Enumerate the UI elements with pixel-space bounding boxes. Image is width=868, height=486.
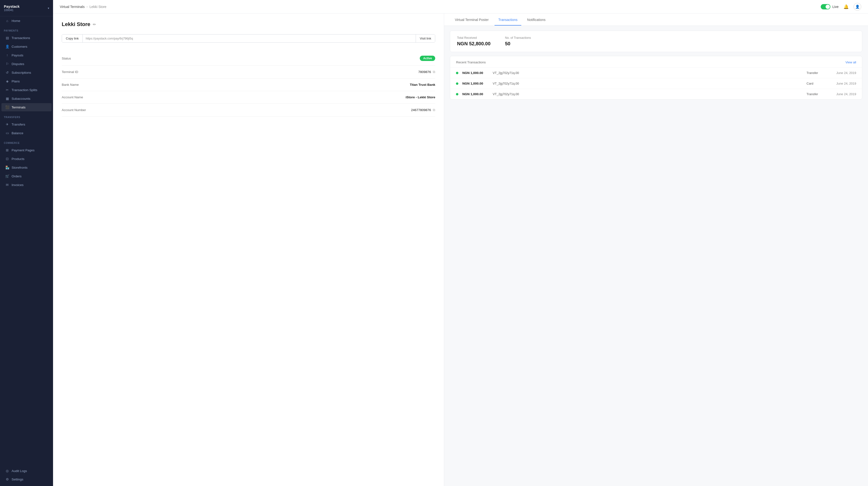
splits-icon: ✂ bbox=[5, 88, 9, 92]
sidebar-item-transfers[interactable]: ✈ Transfers bbox=[1, 120, 52, 128]
user-avatar[interactable]: 👤 bbox=[854, 3, 861, 10]
recent-transactions-title: Recent Transactions bbox=[456, 61, 486, 64]
txn-id: VT_2jg702y71q.00 bbox=[493, 82, 803, 85]
toggle-thumb bbox=[826, 5, 830, 9]
bank-name-value: Titan Trust Bank bbox=[410, 83, 435, 87]
link-row: Copy link Visit link bbox=[62, 34, 435, 43]
sidebar-item-products[interactable]: ⊡ Products bbox=[1, 155, 52, 163]
visit-link-button[interactable]: Visit link bbox=[416, 34, 435, 42]
status-value: Active bbox=[420, 56, 435, 61]
live-toggle[interactable]: Live bbox=[821, 4, 839, 9]
sidebar-item-subaccounts[interactable]: ▦ Subaccounts bbox=[1, 94, 52, 103]
account-number-row: Account Number 24677809876 ⧉ bbox=[62, 104, 435, 117]
sidebar-item-subscriptions[interactable]: ↺ Subscriptions bbox=[1, 68, 52, 77]
transactions-header: Recent Transactions View all bbox=[450, 56, 862, 67]
payouts-icon: ↑ bbox=[5, 53, 9, 57]
toggle-track[interactable] bbox=[821, 4, 830, 9]
tab-notifications[interactable]: Notifications bbox=[523, 13, 549, 26]
copy-link-button[interactable]: Copy link bbox=[62, 34, 83, 42]
sidebar-item-transactions[interactable]: ▤ Transactions bbox=[1, 34, 52, 42]
balance-icon: ▭ bbox=[5, 131, 9, 135]
breadcrumb-parent[interactable]: Virtual Terminals bbox=[60, 5, 85, 9]
terminal-id-label: Terminal ID bbox=[62, 70, 78, 74]
txn-id: VT_2jg702y71q.00 bbox=[493, 71, 803, 75]
products-icon: ⊡ bbox=[5, 157, 9, 161]
stats-card: Total Received NGN 52,800.00 No. of Tran… bbox=[450, 31, 862, 52]
breadcrumb: Virtual Terminals › Lekki Store bbox=[60, 5, 106, 9]
view-all-link[interactable]: View all bbox=[845, 61, 856, 64]
status-row: Status Active bbox=[62, 51, 435, 66]
page-title-row: Lekki Store ✏ bbox=[62, 21, 435, 28]
txn-date: June 24, 2019 bbox=[830, 82, 856, 85]
txn-type: Transfer bbox=[807, 92, 826, 96]
commerce-section-label: COMMERCE bbox=[0, 137, 53, 146]
breadcrumb-current: Lekki Store bbox=[89, 5, 106, 9]
notification-bell-icon[interactable]: 🔔 bbox=[843, 4, 849, 9]
tab-virtual-terminal-poster[interactable]: Virtual Terminal Poster bbox=[451, 13, 492, 26]
txn-type: Card bbox=[807, 82, 826, 85]
edit-icon[interactable]: ✏ bbox=[93, 22, 96, 27]
sidebar-item-payouts[interactable]: ↑ Payouts bbox=[1, 51, 52, 59]
table-row: NGN 1,000.00 VT_2jg702y71q.00 Card June … bbox=[450, 78, 862, 89]
customers-icon: 👤 bbox=[5, 44, 9, 48]
no-transactions-stat: No. of Transactions 50 bbox=[505, 36, 531, 46]
sidebar-item-home[interactable]: ⌂ Home bbox=[1, 17, 52, 25]
total-received-value: NGN 52,800.00 bbox=[457, 41, 490, 46]
status-dot bbox=[456, 93, 458, 95]
account-number-label: Account Number bbox=[62, 108, 86, 112]
sidebar-item-disputes[interactable]: ⚐ Disputes bbox=[1, 60, 52, 68]
invoices-icon: ✉ bbox=[5, 183, 9, 187]
link-input[interactable] bbox=[83, 35, 415, 42]
tab-transactions[interactable]: Transactions bbox=[495, 13, 522, 26]
txn-date: June 24, 2019 bbox=[830, 71, 856, 75]
copy-account-number-icon[interactable]: ⧉ bbox=[433, 108, 435, 112]
txn-date: June 24, 2019 bbox=[830, 92, 856, 96]
payment-pages-icon: ⊞ bbox=[5, 148, 9, 152]
tabs-bar: Virtual Terminal Poster Transactions Not… bbox=[444, 13, 868, 26]
sidebar-item-orders[interactable]: 🛒 Orders bbox=[1, 172, 52, 180]
storefronts-icon: 🏪 bbox=[5, 165, 9, 169]
bank-name-row: Bank Name Titan Trust Bank bbox=[62, 78, 435, 91]
audit-icon: ◎ bbox=[5, 469, 9, 473]
live-label: Live bbox=[832, 5, 839, 9]
status-badge: Active bbox=[420, 56, 435, 61]
total-received-label: Total Received bbox=[457, 36, 490, 39]
sidebar-item-terminals[interactable]: ⬛ Terminals bbox=[1, 103, 52, 111]
sidebar-item-balance[interactable]: ▭ Balance bbox=[1, 129, 52, 137]
table-row: NGN 1,000.00 VT_2jg702y71q.00 Transfer J… bbox=[450, 89, 862, 99]
no-transactions-value: 50 bbox=[505, 41, 531, 46]
settings-icon: ⚙ bbox=[5, 477, 9, 481]
table-row: NGN 1,000.00 VT_2jg702y71q.00 Transfer J… bbox=[450, 67, 862, 78]
transfers-icon: ✈ bbox=[5, 122, 9, 126]
txn-amount: NGN 1,000.00 bbox=[462, 92, 489, 96]
sidebar-item-storefronts[interactable]: 🏪 Storefronts bbox=[1, 163, 52, 171]
terminal-id-value: 7809876 ⧉ bbox=[418, 70, 435, 74]
total-received-stat: Total Received NGN 52,800.00 bbox=[457, 36, 490, 46]
sidebar-item-settings[interactable]: ⚙ Settings bbox=[1, 475, 52, 483]
disputes-icon: ⚐ bbox=[5, 62, 9, 66]
txn-amount: NGN 1,000.00 bbox=[462, 71, 489, 75]
sidebar-item-payment-pages[interactable]: ⊞ Payment Pages bbox=[1, 146, 52, 154]
plans-icon: ◈ bbox=[5, 79, 9, 83]
account-name-row: Account Name iStore - Lekki Store bbox=[62, 91, 435, 104]
txn-type: Transfer bbox=[807, 71, 826, 75]
content-area: Lekki Store ✏ Copy link Visit link Statu… bbox=[53, 13, 868, 486]
copy-terminal-id-icon[interactable]: ⧉ bbox=[433, 70, 435, 74]
sidebar-item-customers[interactable]: 👤 Customers bbox=[1, 42, 52, 51]
no-transactions-label: No. of Transactions bbox=[505, 36, 531, 39]
sidebar-item-plans[interactable]: ◈ Plans bbox=[1, 77, 52, 85]
sidebar-header[interactable]: Paystack 100041 ▾ bbox=[0, 0, 53, 17]
subscriptions-icon: ↺ bbox=[5, 71, 9, 74]
status-dot bbox=[456, 83, 458, 85]
sidebar: Paystack 100041 ▾ ⌂ Home PAYMENTS ▤ Tran… bbox=[0, 0, 53, 486]
right-panel: Virtual Terminal Poster Transactions Not… bbox=[444, 13, 868, 486]
sidebar-item-audit-logs[interactable]: ◎ Audit Logs bbox=[1, 467, 52, 475]
breadcrumb-separator: › bbox=[87, 5, 88, 8]
page-title: Lekki Store bbox=[62, 21, 90, 28]
account-name-label: Account Name bbox=[62, 95, 83, 99]
orders-icon: 🛒 bbox=[5, 174, 9, 178]
sidebar-item-invoices[interactable]: ✉ Invoices bbox=[1, 181, 52, 189]
sidebar-item-transaction-splits[interactable]: ✂ Transaction Splits bbox=[1, 86, 52, 94]
payments-section-label: PAYMENTS bbox=[0, 25, 53, 33]
brand-name: Paystack bbox=[4, 4, 20, 8]
